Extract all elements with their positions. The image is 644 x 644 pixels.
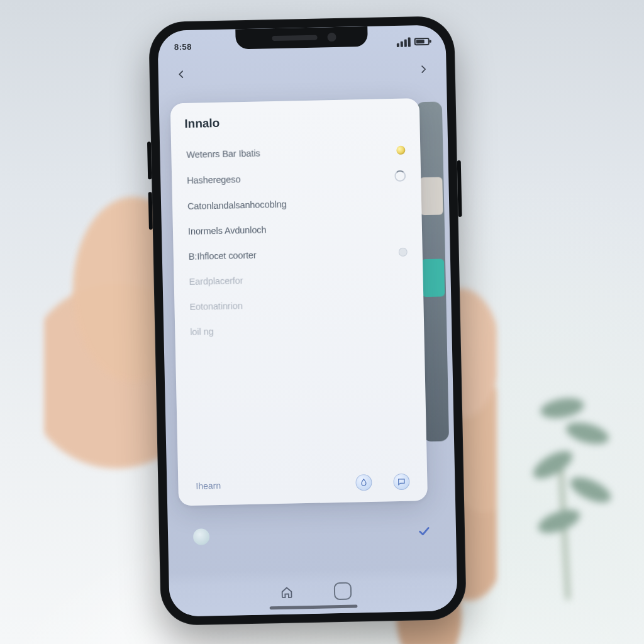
settings-row-label: Inormels Avdunloch: [188, 225, 267, 236]
settings-row-label: loil ng: [190, 326, 214, 337]
battery-icon: [414, 38, 430, 45]
background-plant: [506, 380, 619, 606]
drop-icon: [359, 478, 368, 487]
footer-action-1[interactable]: [355, 474, 372, 491]
nav-home-button[interactable]: [275, 580, 299, 604]
arrow-left-icon: [175, 68, 187, 80]
footer-label[interactable]: Ihearn: [196, 480, 221, 491]
home-indicator[interactable]: [270, 604, 358, 609]
check-icon: [417, 524, 431, 538]
settings-row-label: B:Ihflocet coorter: [189, 250, 257, 262]
sheet-title: Innalo: [184, 113, 406, 131]
settings-row-label: Hasheregeso: [187, 174, 240, 186]
footer-action-2[interactable]: [393, 474, 410, 491]
home-icon: [280, 586, 294, 599]
nav-recent-button[interactable]: [334, 582, 352, 601]
status-dot-icon: [396, 146, 405, 155]
chat-icon: [397, 477, 406, 486]
settings-row[interactable]: Hasheregeso: [186, 163, 408, 194]
settings-row-label: Wetenrs Bar Ibatis: [186, 148, 260, 160]
phone-screen: 8:58 Innalo Wetenrs Bar Ib: [157, 25, 457, 616]
settings-row-label: Catonlandalsanhocoblng: [187, 199, 287, 211]
globe-icon[interactable]: [193, 528, 210, 545]
settings-list[interactable]: Wetenrs Bar Ibatis Hasheregeso Catonland…: [185, 138, 413, 469]
settings-row-label: Eotonatinrion: [189, 301, 242, 312]
app-stage: Innalo Wetenrs Bar Ibatis Hasheregeso Ca…: [158, 86, 457, 572]
under-sheet-bar: [177, 513, 448, 556]
status-time: 8:58: [174, 42, 192, 52]
loading-spinner-icon: [394, 170, 406, 182]
back-button[interactable]: [169, 63, 192, 86]
share-icon: [417, 63, 430, 75]
sheet-footer: Ihearn: [192, 465, 414, 497]
volume-up-button[interactable]: [147, 142, 152, 179]
phone-frame: 8:58 Innalo Wetenrs Bar Ib: [148, 16, 467, 626]
system-nav-bar: [169, 567, 457, 617]
volume-down-button[interactable]: [148, 192, 153, 230]
settings-sheet: Innalo Wetenrs Bar Ibatis Hasheregeso Ca…: [170, 98, 428, 506]
status-dot-icon: [399, 248, 408, 257]
settings-row[interactable]: loil ng: [189, 315, 411, 345]
signal-icon: [397, 37, 411, 47]
header-action-button[interactable]: [412, 58, 435, 81]
settings-row-label: Eardplacerfor: [189, 275, 243, 287]
app-header: [158, 51, 447, 92]
confirm-button[interactable]: [417, 524, 431, 540]
device-notch: [235, 26, 368, 49]
